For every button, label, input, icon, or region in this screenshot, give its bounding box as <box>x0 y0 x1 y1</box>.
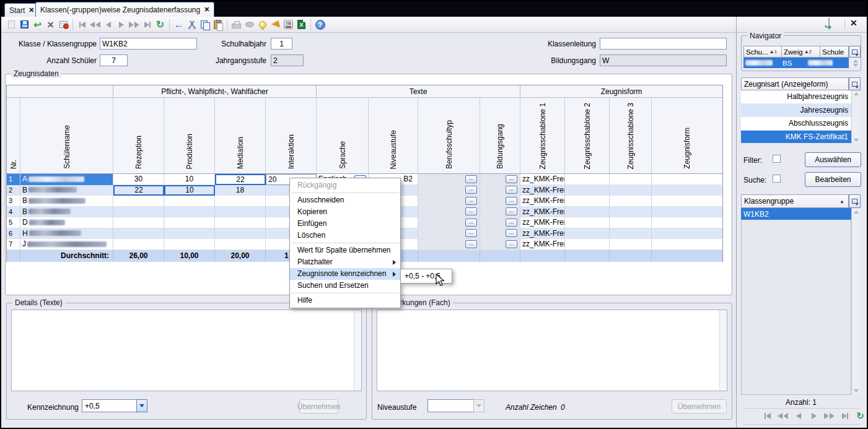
berufsschultyp-ellipsis-button[interactable]: ... <box>465 186 477 194</box>
cell-rezeption[interactable] <box>113 207 164 218</box>
menu-item-hilfe[interactable]: Hilfe <box>290 295 400 306</box>
edit-form-icon[interactable] <box>57 19 70 31</box>
berufsschultyp-ellipsis-button[interactable]: ... <box>465 197 477 205</box>
cell-zeugnisschablone2[interactable] <box>565 207 610 218</box>
navigator-selected-row[interactable]: BS <box>743 58 849 68</box>
cell-zeugnisschablone1[interactable]: zz_KMK-Frem... <box>520 207 565 218</box>
klassengruppe-column-chooser-button[interactable] <box>849 194 861 208</box>
cell-mediation[interactable] <box>215 239 266 250</box>
nav-prev-fast-icon[interactable] <box>89 19 102 31</box>
student-name-redacted[interactable]: D <box>20 217 113 228</box>
col-header-mediation[interactable]: Mediation <box>215 98 266 174</box>
kennzeichnung-combo[interactable]: +0,5 <box>82 399 147 412</box>
suche-checkbox[interactable] <box>773 175 781 183</box>
delete-record-icon[interactable]: ✕ <box>44 19 57 31</box>
cut-icon[interactable] <box>185 19 198 31</box>
cell-rezeption[interactable]: 30 <box>113 174 164 185</box>
cell-zeugnisschablone2[interactable] <box>565 217 610 228</box>
cell-zeugnisschablone2[interactable] <box>565 174 610 185</box>
bildungsgang-ellipsis-button[interactable]: ... <box>506 186 517 194</box>
menu-item-suchen-ersetzen[interactable]: Suchen und Ersetzen <box>290 280 400 292</box>
cell-zeugnisschablone1[interactable]: zz_KMK-Frem... <box>520 174 565 185</box>
back-arrow-icon[interactable]: ← <box>172 19 185 31</box>
schulhalbjahr-input[interactable]: 1 <box>271 38 292 50</box>
cell-zeugnisform[interactable] <box>652 174 724 185</box>
navigator-scroll[interactable] <box>851 58 861 68</box>
cell-mediation[interactable] <box>215 196 266 207</box>
row-nr[interactable]: 5 <box>7 217 20 228</box>
cell-mediation-selected[interactable]: 22 <box>215 174 266 185</box>
zeugnisart-column-chooser-button[interactable] <box>849 77 861 90</box>
berufsschultyp-ellipsis-button[interactable]: ... <box>465 229 477 237</box>
cell-zeugnisform[interactable] <box>652 228 724 240</box>
cell-rezeption-selected[interactable]: 22 <box>113 185 164 196</box>
panel-transfer-icon[interactable]: ↪ <box>828 19 841 30</box>
tab-start-close-icon[interactable]: ✕ <box>28 6 34 14</box>
paste-icon[interactable] <box>211 19 224 31</box>
cell-produktion[interactable] <box>164 196 215 207</box>
bildungsgang-ellipsis-button[interactable]: ... <box>506 229 517 237</box>
cell-zeugnisschablone2[interactable] <box>565 239 610 250</box>
student-name-redacted[interactable]: H <box>20 228 113 240</box>
cell-mediation[interactable] <box>215 228 266 240</box>
filter-checkbox[interactable] <box>773 155 781 163</box>
rec-next-icon[interactable] <box>807 410 820 422</box>
excel-export-icon[interactable]: X <box>295 19 308 31</box>
cell-zeugnisform[interactable] <box>652 217 724 228</box>
bemerkungen-scrollbar[interactable] <box>719 310 727 391</box>
col-header-interaktion[interactable]: Interaktion <box>266 98 317 174</box>
berufsschultyp-ellipsis-button[interactable]: ... <box>465 219 477 227</box>
navigator-col-schule[interactable]: Schule <box>820 46 849 58</box>
bildungsgang-ellipsis-button[interactable]: ... <box>506 175 517 183</box>
zeugnisart-scrollbar[interactable] <box>851 90 861 144</box>
auswaehlen-button[interactable]: Auswählen <box>805 152 861 167</box>
navigator-column-chooser-button[interactable] <box>849 46 861 58</box>
zeugnisart-item-kmk-fs-zertifikat1[interactable]: KMK FS-Zertifikat1 <box>741 131 851 144</box>
menu-item-platzhalter[interactable]: Platzhalter <box>290 256 400 268</box>
menu-item-zeugnisnote-kennzeichnen[interactable]: Zeugnisnote kennzeichnen <box>290 268 400 280</box>
menu-item-kopieren[interactable]: Kopieren <box>290 206 400 218</box>
anzahl-schueler-input[interactable]: 7 <box>100 54 128 66</box>
cell-zeugnisschablone3[interactable] <box>610 185 652 196</box>
rec-first-icon[interactable] <box>761 410 774 422</box>
cell-zeugnisform[interactable] <box>652 196 724 207</box>
bildungsgang-ellipsis-button[interactable]: ... <box>506 207 517 215</box>
berufsschultyp-ellipsis-button[interactable]: ... <box>465 175 477 183</box>
cell-zeugnisschablone1[interactable]: zz_KMK-Frem... <box>520 196 565 207</box>
cell-zeugnisschablone3[interactable] <box>610 239 652 250</box>
rec-prev-icon[interactable] <box>792 410 805 422</box>
panel-close-icon[interactable]: ✕ <box>850 18 857 28</box>
col-header-zeugnisschablone1[interactable]: Zeugnisschablone 1 <box>520 98 565 174</box>
print-icon[interactable] <box>230 19 243 31</box>
cell-rezeption[interactable] <box>113 217 164 228</box>
klassengruppe-scrollbar[interactable] <box>851 208 861 395</box>
niveaustufe-combo[interactable] <box>427 399 484 412</box>
tab-start[interactable]: Start ✕ <box>4 3 40 17</box>
nav-next-fast-icon[interactable] <box>128 19 141 31</box>
tb-transfer-icon[interactable]: TB <box>282 19 295 31</box>
bildungsgang-ellipsis-button[interactable]: ... <box>506 219 517 227</box>
details-textarea[interactable] <box>11 310 362 391</box>
col-header-bildungsgang[interactable]: Bildungsgang <box>480 98 520 174</box>
niveaustufe-value[interactable] <box>427 399 473 412</box>
cell-zeugnisschablone2[interactable] <box>565 228 610 240</box>
cell-rezeption[interactable] <box>113 228 164 240</box>
row-nr[interactable]: 7 <box>7 239 20 250</box>
tab-zeugnis-close-icon[interactable]: ✕ <box>204 6 209 14</box>
cell-produktion[interactable] <box>164 207 215 218</box>
cell-produktion[interactable] <box>164 239 215 250</box>
klassengruppe-item-w1kb2[interactable]: W1KB2 <box>741 208 851 220</box>
cell-produktion[interactable] <box>164 228 215 240</box>
kennzeichnung-value[interactable]: +0,5 <box>82 399 136 412</box>
rec-next-fast-icon[interactable] <box>823 410 836 422</box>
cell-mediation[interactable] <box>215 207 266 218</box>
col-header-zeugnisform[interactable]: Zeugnisform <box>652 98 722 174</box>
col-header-schuelername[interactable]: Schülername <box>20 98 113 174</box>
rec-last-icon[interactable] <box>838 410 851 422</box>
student-name-redacted[interactable]: B <box>20 207 113 218</box>
student-name-redacted[interactable]: B <box>20 196 113 207</box>
bildungsgang-ellipsis-button[interactable]: ... <box>506 240 517 248</box>
cell-zeugnisschablone3[interactable] <box>610 174 652 185</box>
cell-zeugnisschablone2[interactable] <box>565 185 610 196</box>
col-header-sprache[interactable]: Sprache <box>317 98 369 174</box>
